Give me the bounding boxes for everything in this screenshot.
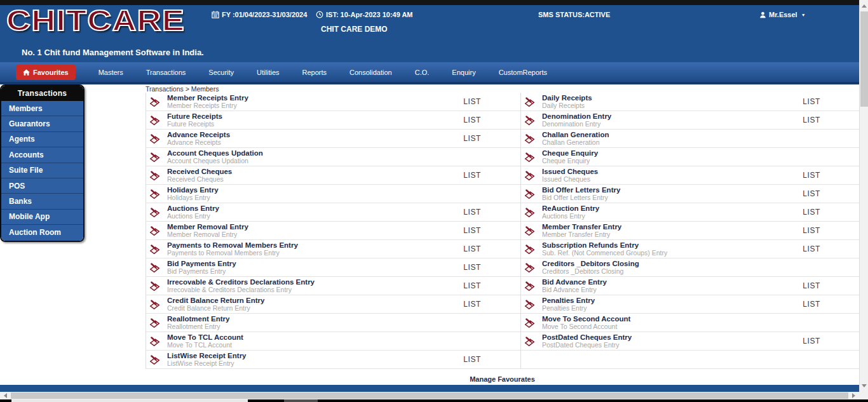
menu-row[interactable]: Holidays Entry Holidays Entry (146, 185, 520, 203)
menu-row[interactable]: Move To Second Account Move To Second Ac… (521, 314, 860, 332)
nav-item-utilities[interactable]: Utilities (257, 69, 279, 76)
menu-item-title[interactable]: Bid Offer Letters Entry (542, 186, 803, 194)
sidebar-item-agents[interactable]: Agents (1, 132, 83, 147)
user-menu[interactable]: Mr.Essel ▼ (759, 11, 806, 18)
menu-item-title[interactable]: Member Receipts Entry (167, 94, 463, 102)
list-link[interactable]: LIST (463, 134, 481, 143)
scroll-down-arrow-icon[interactable] (860, 381, 868, 391)
menu-item-title[interactable]: Received Cheques (167, 168, 463, 175)
menu-row[interactable]: Daily Receipts Daily Receipts LIST (521, 93, 860, 111)
list-link[interactable]: LIST (463, 116, 481, 124)
list-link[interactable]: LIST (463, 245, 481, 253)
sidebar-item-banks[interactable]: Banks (1, 194, 83, 209)
menu-row[interactable]: Received Cheques Received Cheques LIST (146, 166, 520, 185)
nav-item-customreports[interactable]: CustomReports (499, 69, 547, 76)
menu-row[interactable]: Account Cheques Updation Account Cheques… (146, 148, 520, 166)
nav-item-c-o-[interactable]: C.O. (415, 69, 430, 76)
menu-row[interactable]: Credit Balance Return Entry Credit Balan… (146, 295, 520, 314)
list-link[interactable]: LIST (803, 226, 820, 235)
menu-item-title[interactable]: Penalties Entry (542, 297, 803, 304)
menu-row[interactable]: Future Receipts Future Receipts LIST (146, 111, 520, 130)
menu-row[interactable]: Member Removal Entry Member Removal Entr… (146, 222, 520, 240)
list-link[interactable]: LIST (463, 355, 481, 364)
menu-row[interactable]: Subscription Refunds Entry Sub. Ref. (No… (521, 240, 860, 258)
list-link[interactable]: LIST (463, 226, 481, 235)
list-link[interactable]: LIST (463, 171, 481, 180)
list-link[interactable]: LIST (803, 337, 820, 345)
menu-item-title[interactable]: Irrecovable & Creditors Declarations Ent… (167, 278, 463, 286)
list-link[interactable]: LIST (803, 245, 820, 253)
nav-item-transactions[interactable]: Transactions (146, 69, 186, 76)
menu-item-title[interactable]: Challan Generation (542, 131, 860, 138)
nav-item-consolidation[interactable]: Consolidation (349, 69, 392, 76)
menu-item-title[interactable]: Subscription Refunds Entry (542, 241, 803, 249)
menu-row[interactable]: Penalties Entry Penalties Entry LIST (521, 295, 860, 314)
list-link[interactable]: LIST (803, 171, 820, 180)
sidebar-item-suite-file[interactable]: Suite File (1, 163, 83, 178)
list-link[interactable]: LIST (803, 281, 820, 290)
menu-item-title[interactable]: Member Removal Entry (167, 223, 463, 231)
menu-row[interactable]: Member Receipts Entry Member Receipts En… (146, 93, 520, 111)
menu-item-title[interactable]: ListWise Receipt Entry (167, 352, 463, 359)
sidebar-item-guarantors[interactable]: Guarantors (1, 116, 83, 131)
menu-item-title[interactable]: Creditors _Debitors Closing (542, 260, 860, 267)
menu-row[interactable]: Advance Receipts Advance Receipts LIST (146, 130, 520, 148)
list-link[interactable]: LIST (463, 208, 481, 217)
list-link[interactable]: LIST (803, 189, 820, 198)
menu-row[interactable]: ListWise Receipt Entry ListWise Receipt … (146, 351, 520, 369)
horizontal-scrollbar[interactable] (0, 392, 859, 399)
menu-row[interactable]: Move To TCL Account Move To TCL Account (146, 332, 520, 351)
list-link[interactable]: LIST (803, 208, 820, 217)
scroll-up-arrow-icon[interactable] (860, 1, 868, 11)
menu-row[interactable]: Payments to Removal Members Entry Paymen… (146, 240, 520, 258)
nav-item-favourites[interactable]: Favourites (16, 65, 76, 80)
menu-item-title[interactable]: Daily Receipts (542, 94, 803, 102)
menu-item-title[interactable]: Cheque Enquiry (542, 149, 860, 157)
menu-row[interactable]: Irrecovable & Creditors Declarations Ent… (146, 277, 520, 295)
sidebar-item-auction-room[interactable]: Auction Room (1, 225, 83, 240)
list-link[interactable]: LIST (803, 97, 820, 106)
sidebar-item-accounts[interactable]: Accounts (1, 147, 83, 163)
menu-item-title[interactable]: Advance Receipts (167, 131, 463, 138)
list-link[interactable]: LIST (463, 263, 481, 272)
vertical-scrollbar-thumb[interactable] (860, 11, 868, 107)
menu-item-title[interactable]: Future Receipts (167, 112, 463, 120)
menu-item-title[interactable]: Account Cheques Updation (167, 149, 520, 157)
menu-row[interactable]: Reallotment Entry Reallotment Entry (146, 314, 520, 332)
nav-item-enquiry[interactable]: Enquiry (452, 69, 475, 76)
menu-row[interactable]: Auctions Entry Auctions Entry LIST (146, 203, 520, 222)
menu-item-title[interactable]: Payments to Removal Members Entry (167, 241, 463, 249)
list-link[interactable]: LIST (463, 281, 481, 290)
horizontal-scrollbar-thumb[interactable] (11, 392, 848, 399)
menu-item-title[interactable]: Holidays Entry (167, 186, 520, 194)
menu-row[interactable]: Challan Generation Challan Generation (521, 130, 860, 148)
nav-item-security[interactable]: Security (208, 69, 234, 76)
nav-item-masters[interactable]: Masters (98, 69, 123, 76)
list-link[interactable]: LIST (463, 97, 481, 106)
menu-item-title[interactable]: Credit Balance Return Entry (167, 297, 463, 304)
menu-row[interactable]: Bid Offer Letters Entry Bid Offer Letter… (521, 185, 860, 203)
menu-item-title[interactable]: Denomination Entry (542, 112, 803, 120)
menu-row[interactable]: Bid Advance Entry Bid Advance Entry LIST (521, 277, 860, 295)
menu-item-title[interactable]: Reallotment Entry (167, 315, 520, 323)
menu-item-title[interactable]: Move To TCL Account (167, 333, 520, 341)
menu-row[interactable]: Cheque Enquiry Cheque Enquiry (521, 148, 860, 166)
list-link[interactable]: LIST (803, 300, 820, 309)
vertical-scrollbar[interactable] (859, 0, 868, 392)
menu-item-title[interactable]: Member Transfer Entry (542, 223, 803, 231)
menu-row[interactable]: Issued Cheques Issued Cheques LIST (521, 166, 860, 185)
menu-row[interactable]: Member Transfer Entry Member Transfer En… (521, 222, 860, 240)
nav-item-reports[interactable]: Reports (302, 69, 327, 76)
menu-item-title[interactable]: ReAuction Entry (542, 204, 803, 212)
menu-row[interactable]: Denomination Entry Denomination Entry LI… (521, 111, 860, 130)
menu-row[interactable]: PostDated Cheques Entry PostDated Cheque… (521, 332, 860, 351)
sidebar-item-mobile-app[interactable]: Mobile App (1, 210, 83, 225)
menu-item-title[interactable]: Bid Advance Entry (542, 278, 803, 286)
list-link[interactable]: LIST (463, 300, 481, 309)
menu-item-title[interactable]: PostDated Cheques Entry (542, 333, 803, 341)
menu-item-title[interactable]: Auctions Entry (167, 204, 463, 212)
scroll-right-arrow-icon[interactable] (848, 392, 859, 399)
menu-row[interactable]: ReAuction Entry Auctions Entry LIST (521, 203, 860, 222)
list-link[interactable]: LIST (803, 116, 820, 124)
menu-item-title[interactable]: Move To Second Account (542, 315, 860, 323)
